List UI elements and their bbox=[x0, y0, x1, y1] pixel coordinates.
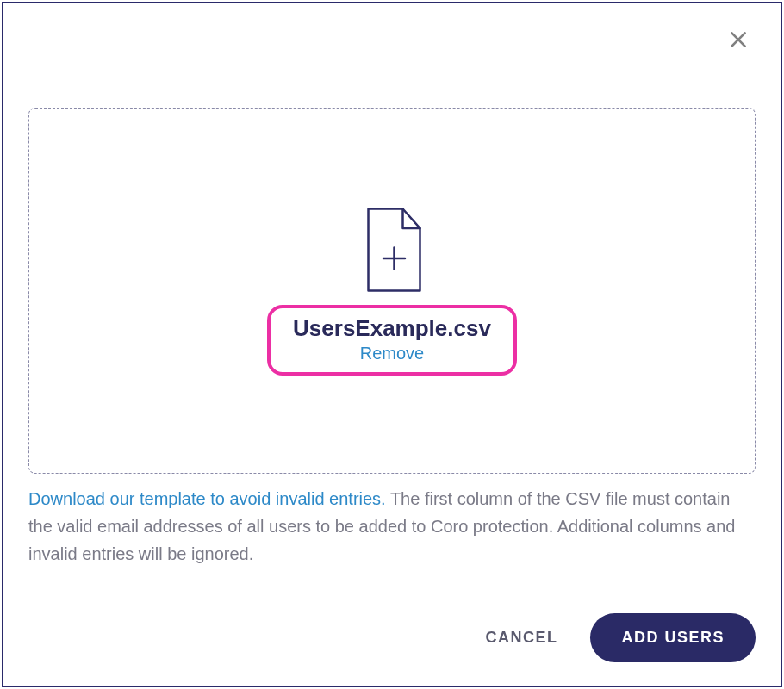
selected-file-highlight: UsersExample.csv Remove bbox=[267, 305, 517, 376]
cancel-button[interactable]: CANCEL bbox=[478, 620, 564, 655]
file-add-icon bbox=[359, 207, 425, 293]
remove-file-link[interactable]: Remove bbox=[293, 344, 491, 363]
close-icon bbox=[727, 28, 750, 54]
selected-file-name: UsersExample.csv bbox=[293, 315, 491, 342]
dialog-actions: CANCEL ADD USERS bbox=[478, 613, 756, 662]
help-text: Download our template to avoid invalid e… bbox=[28, 485, 756, 568]
close-button[interactable] bbox=[725, 28, 751, 54]
upload-users-dialog: UsersExample.csv Remove Download our tem… bbox=[2, 2, 782, 687]
download-template-link[interactable]: Download our template to avoid invalid e… bbox=[28, 489, 386, 508]
add-users-button[interactable]: ADD USERS bbox=[590, 613, 756, 662]
file-dropzone[interactable]: UsersExample.csv Remove bbox=[28, 108, 756, 474]
